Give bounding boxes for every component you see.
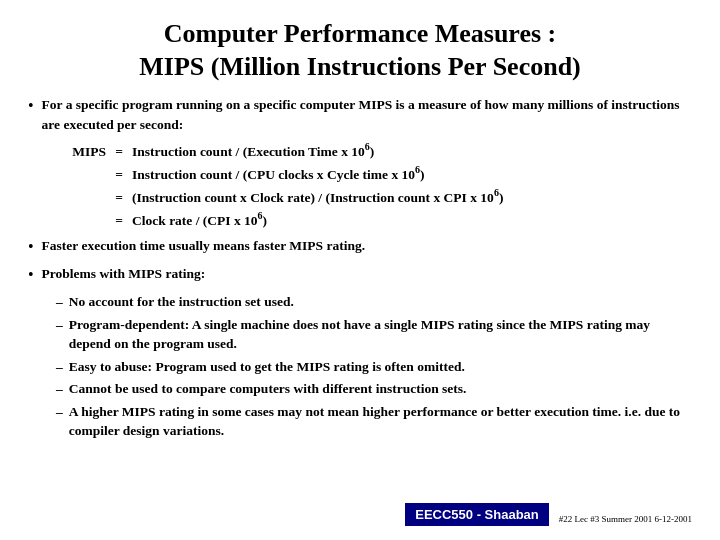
bullet-dot-2: • [28,237,34,258]
sub-dash-4: – [56,402,63,422]
mips-row-0-eq: = [112,142,126,162]
footer-info: #22 Lec #3 Summer 2001 6-12-2001 [559,513,692,526]
title-line1: Computer Performance Measures : [164,19,557,48]
bullet-3-text: Problems with MIPS rating: [42,264,206,284]
sub-dash-0: – [56,292,63,312]
sub-item-2: – Easy to abuse: Program used to get the… [56,357,692,377]
mips-row-3-eq: = [112,211,126,231]
bullet-dot-1: • [28,96,34,117]
slide-title: Computer Performance Measures : MIPS (Mi… [28,18,692,83]
footer: EECC550 - Shaaban #22 Lec #3 Summer 2001… [28,503,692,526]
mips-row-2-eq: = [112,188,126,208]
mips-row-2: = (Instruction count x Clock rate) / (In… [56,186,692,207]
mips-row-1-eq: = [112,165,126,185]
mips-row-0: MIPS = Instruction count / (Execution Ti… [56,140,692,161]
mips-row-0-expr: Instruction count / (Execution Time x 10… [132,140,692,161]
mips-row-2-expr: (Instruction count x Clock rate) / (Inst… [132,186,692,207]
sub-item-3: – Cannot be used to compare computers wi… [56,379,692,399]
footer-badge: EECC550 - Shaaban [405,503,549,526]
mips-row-1-expr: Instruction count / (CPU clocks x Cycle … [132,163,692,184]
slide: Computer Performance Measures : MIPS (Mi… [0,0,720,540]
sub-item-1-text: Program-dependent: A single machine does… [69,315,692,354]
sub-dash-3: – [56,379,63,399]
mips-row-3-expr: Clock rate / (CPI x 106) [132,209,692,230]
sub-dash-1: – [56,315,63,335]
bullet-2: • Faster execution time usually means fa… [28,236,692,258]
mips-equations: MIPS = Instruction count / (Execution Ti… [56,140,692,230]
sub-item-0-text: No account for the instruction set used. [69,292,294,312]
bullet-2-text: Faster execution time usually means fast… [42,236,365,256]
sub-dash-2: – [56,357,63,377]
mips-row-3: = Clock rate / (CPI x 106) [56,209,692,230]
sub-item-1: – Program-dependent: A single machine do… [56,315,692,354]
sub-bullet-list: – No account for the instruction set use… [56,292,692,441]
sub-item-3-text: Cannot be used to compare computers with… [69,379,467,399]
mips-row-1: = Instruction count / (CPU clocks x Cycl… [56,163,692,184]
sub-item-4-text: A higher MIPS rating in some cases may n… [69,402,692,441]
bullet-1-text: For a specific program running on a spec… [42,95,692,134]
sub-item-0: – No account for the instruction set use… [56,292,692,312]
bullet-dot-3: • [28,265,34,286]
bullet-1: • For a specific program running on a sp… [28,95,692,134]
title-line2: MIPS (Million Instructions Per Second) [139,52,581,81]
sub-item-4: – A higher MIPS rating in some cases may… [56,402,692,441]
bullet-3: • Problems with MIPS rating: [28,264,692,286]
mips-row-0-label: MIPS [56,142,106,162]
sub-item-2-text: Easy to abuse: Program used to get the M… [69,357,465,377]
slide-content: • For a specific program running on a sp… [28,95,692,497]
